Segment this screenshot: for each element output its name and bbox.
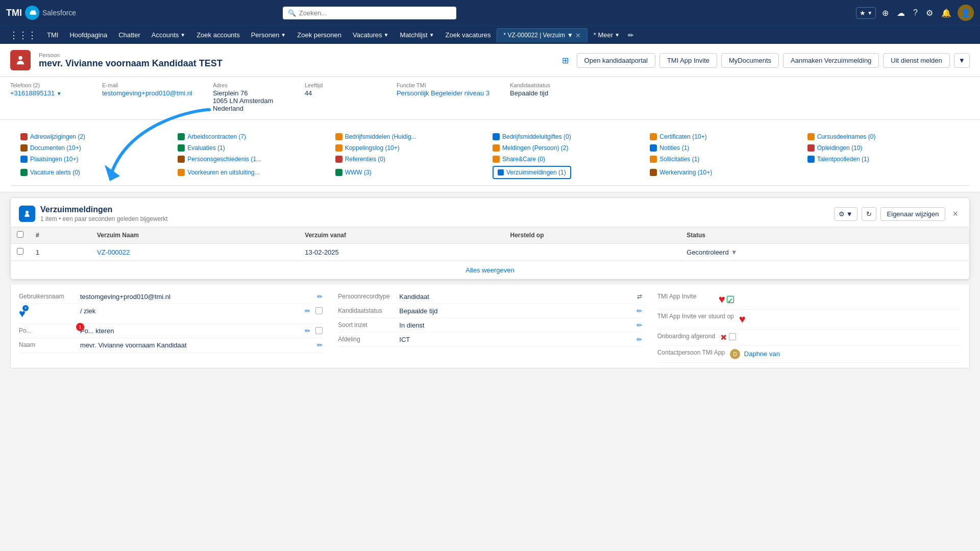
related-link-item[interactable]: Referenties (0) bbox=[335, 155, 487, 164]
po-kteren-checkbox[interactable] bbox=[315, 327, 323, 334]
related-link-item[interactable]: Vacature alerts (0) bbox=[20, 166, 173, 179]
related-item-icon bbox=[178, 156, 185, 163]
fields-grid: Gebruikersnaam testomgeving+prod010@tmi.… bbox=[19, 290, 961, 363]
search-bar[interactable]: 🔍 bbox=[283, 7, 456, 19]
notifications-icon[interactable]: 🔔 bbox=[939, 6, 953, 20]
menu-tmi[interactable]: TMI bbox=[42, 28, 63, 42]
close-panel-button[interactable]: × bbox=[949, 208, 961, 220]
top-navigation: TMI Salesforce 🔍 ★ ▼ ⊕ ☁ ? ⚙ 🔔 👤 bbox=[0, 0, 980, 26]
menu-vacatures[interactable]: Vacatures ▼ bbox=[348, 28, 394, 42]
menu-chatter[interactable]: Chatter bbox=[113, 28, 145, 42]
related-link-item[interactable]: Cursusdeelnames (0) bbox=[807, 132, 960, 141]
afdeling-edit-icon[interactable]: ✏ bbox=[636, 336, 642, 343]
select-all-checkbox[interactable] bbox=[17, 231, 23, 238]
search-input[interactable] bbox=[299, 9, 451, 17]
uit-dienst-melden-button[interactable]: Uit dienst melden bbox=[883, 53, 949, 68]
gebruikersnaam-edit-icon[interactable]: ✏ bbox=[317, 293, 323, 300]
related-item-icon bbox=[498, 169, 504, 176]
user-avatar[interactable]: 👤 bbox=[958, 5, 974, 21]
row-checkbox[interactable] bbox=[17, 248, 23, 255]
related-link-item[interactable]: Voorkeuren en uitsluiting... bbox=[178, 166, 330, 179]
tmi-app-invite-button[interactable]: TMI App Invite bbox=[659, 53, 717, 68]
fields-col3: TMI App Invite ♥ ✓ TMI App Invite ver st… bbox=[657, 290, 961, 363]
related-link-item[interactable]: Evaluaties (1) bbox=[178, 143, 330, 153]
email-link[interactable]: testomgeving+prod010@tmi.nl bbox=[102, 89, 192, 97]
status-dropdown-btn[interactable]: ▼ bbox=[731, 248, 738, 256]
related-link-verzuimmeldingen[interactable]: Verzuimmeldingen (1) bbox=[493, 166, 571, 179]
soort-inzet-edit-icon[interactable]: ✏ bbox=[636, 321, 642, 329]
person-link-icon[interactable]: ⊞ bbox=[562, 56, 569, 65]
daphne-link[interactable]: Daphne van bbox=[744, 350, 780, 358]
related-link-item[interactable]: Talentpoolleden (1) bbox=[807, 155, 960, 164]
related-link-item[interactable]: Opleidingen (10) bbox=[807, 143, 960, 153]
po-kteren-edit-icon[interactable]: ✏ bbox=[305, 327, 310, 335]
menu-zoek-accounts[interactable]: Zoek accounts bbox=[191, 28, 245, 42]
menu-meer[interactable]: * Meer ▼ bbox=[589, 28, 625, 42]
open-kandidaatportal-button[interactable]: Open kandidaatportal bbox=[577, 53, 655, 68]
related-link-item[interactable]: Bedrijfsmiddelen (Huidig... bbox=[335, 132, 487, 141]
col-checkbox bbox=[11, 227, 30, 244]
kandidaatstatus2-edit-icon[interactable]: ✏ bbox=[636, 307, 642, 315]
refresh-panel-button[interactable]: ↻ bbox=[862, 207, 876, 221]
naam-edit-icon[interactable]: ✏ bbox=[317, 341, 323, 349]
onboarding-label: Onboarding afgerond bbox=[657, 333, 715, 340]
phone-dropdown-icon[interactable]: ▼ bbox=[57, 91, 62, 96]
settings-icon[interactable]: ⚙ bbox=[924, 6, 935, 20]
related-link-item[interactable]: Meldingen (Persoon) (2) bbox=[493, 143, 645, 153]
matchlijst-chevron: ▼ bbox=[429, 32, 434, 38]
eigenaar-wijzigen-button[interactable]: Eigenaar wijzigen bbox=[880, 207, 946, 221]
panel-actions: ⚙ ▼ ↻ Eigenaar wijzigen × bbox=[834, 207, 961, 221]
ziek-checkbox[interactable] bbox=[315, 307, 323, 314]
tab-vz-000022[interactable]: * VZ-000022 | Verzuim ▼ ✕ bbox=[497, 28, 587, 42]
alles-weergeven-link[interactable]: Alles weergeven bbox=[11, 261, 969, 279]
help-icon[interactable]: ? bbox=[911, 6, 920, 19]
menu-accounts[interactable]: Accounts ▼ bbox=[146, 28, 190, 42]
related-link-item[interactable]: Documenten (10+) bbox=[20, 143, 173, 153]
related-link-item[interactable]: Plaatsingen (10+) bbox=[20, 155, 173, 164]
related-link-item[interactable]: Adreswijzigingen (2) bbox=[20, 132, 173, 141]
add-icon[interactable]: ⊕ bbox=[880, 6, 891, 20]
search-icon: 🔍 bbox=[288, 9, 296, 17]
accounts-chevron: ▼ bbox=[180, 32, 185, 38]
contactpersoon-value: D Daphne van bbox=[730, 349, 961, 359]
settings-panel-button[interactable]: ⚙ ▼ bbox=[834, 207, 857, 221]
phone-group: Telefoon (2) +31618895131 ▼ bbox=[10, 82, 82, 112]
menu-personen[interactable]: Personen ▼ bbox=[246, 28, 291, 42]
related-link-item[interactable]: Werkervaring (10+) bbox=[650, 166, 802, 179]
related-link-item[interactable]: Share&Care (0) bbox=[493, 155, 645, 164]
salesforce-text: Salesforce bbox=[42, 9, 76, 17]
onboarding-field: Onboarding afgerond ✖ bbox=[657, 330, 961, 346]
onboarding-checkbox[interactable] bbox=[729, 333, 736, 340]
kandidaatstatus-value: Bepaalde tijd bbox=[510, 89, 581, 97]
verzuim-naam-link[interactable]: VZ-000022 bbox=[97, 248, 130, 256]
related-item-icon bbox=[807, 156, 815, 163]
related-link-item[interactable]: Sollicitaties (1) bbox=[650, 155, 802, 164]
functie-link[interactable]: Persoonlijk Begeleider niveau 3 bbox=[397, 89, 489, 97]
favorites-icon-box[interactable]: ★ ▼ bbox=[856, 7, 876, 19]
related-link-item[interactable]: Notities (1) bbox=[650, 143, 802, 153]
app-grid-icon[interactable]: ⋮⋮⋮ bbox=[5, 28, 41, 43]
mydocuments-button[interactable]: MyDocuments bbox=[721, 53, 779, 68]
menu-zoek-personen[interactable]: Zoek personen bbox=[292, 28, 347, 42]
menu-matchlijst[interactable]: Matchlijst ▼ bbox=[395, 28, 439, 42]
col-status: Status bbox=[680, 227, 922, 244]
edit-nav-icon[interactable]: ✏ bbox=[628, 31, 634, 39]
functie-label: Functie TMI bbox=[397, 82, 489, 88]
menu-hoofdpagina[interactable]: Hoofdpagina bbox=[64, 28, 112, 42]
menu-zoek-vacatures[interactable]: Zoek vacatures bbox=[440, 28, 496, 42]
aanmaken-verzuimmelding-button[interactable]: Aanmaken Verzuimmelding bbox=[783, 53, 879, 68]
ziek-edit-icon[interactable]: ✏ bbox=[305, 307, 310, 315]
related-link-item[interactable]: WWW (3) bbox=[335, 166, 487, 179]
persoonrecordtype-edit-icon[interactable]: ⇄ bbox=[637, 293, 642, 300]
related-link-item[interactable]: Koppelingslog (10+) bbox=[335, 143, 487, 153]
tmi-app-invite-checkbox[interactable]: ✓ bbox=[727, 296, 734, 303]
related-link-item[interactable]: Arbeidscontracten (7) bbox=[178, 132, 330, 141]
actions-dropdown-button[interactable]: ▼ bbox=[954, 53, 970, 68]
tab-close-icon[interactable]: ✕ bbox=[575, 32, 581, 39]
related-link-item[interactable]: Certificaten (10+) bbox=[650, 132, 802, 141]
related-link-item[interactable]: Persoonsgeschiedenis (1... bbox=[178, 155, 330, 164]
cloud-icon[interactable]: ☁ bbox=[895, 6, 907, 20]
email-label: E-mail bbox=[102, 82, 192, 88]
related-link-item[interactable]: Bedrijfsmiddeluitgiftes (0) bbox=[493, 132, 645, 141]
phone-link[interactable]: +31618895131 bbox=[10, 89, 55, 97]
